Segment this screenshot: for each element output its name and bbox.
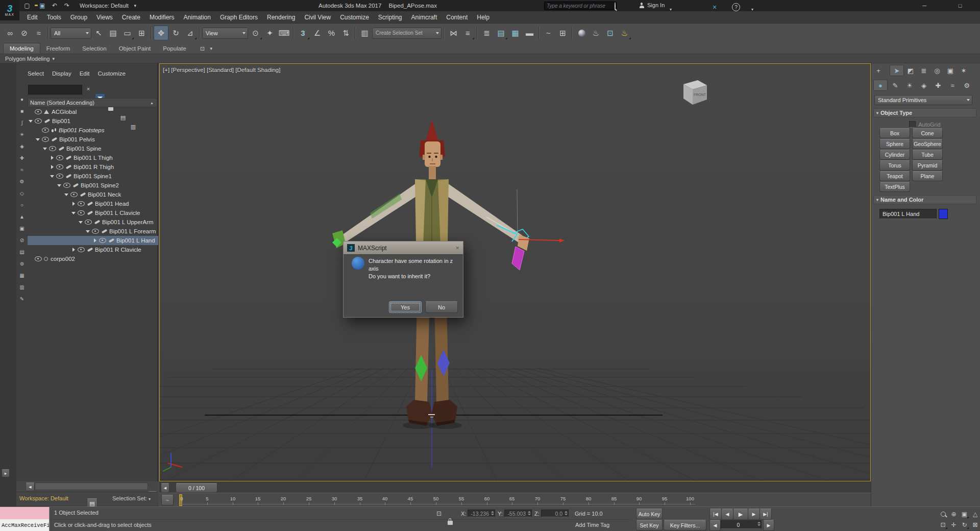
z-coordinate-input[interactable]: 0.0 [541,510,569,517]
visibility-eye-icon[interactable] [56,164,63,170]
tree-item[interactable]: Bip001 L Clavicle [28,208,158,218]
expand-arrow-icon[interactable] [64,192,69,197]
tab-populate[interactable]: Populate [157,43,192,54]
expand-arrow-icon[interactable] [57,183,62,188]
category-cameras-icon[interactable] [917,80,930,90]
visibility-eye-icon[interactable] [49,146,56,151]
filter-spacewarps-icon[interactable] [18,165,26,174]
help-icon[interactable] [732,3,740,11]
visibility-eye-icon[interactable] [35,118,42,124]
category-spacewarps-icon[interactable] [946,80,959,90]
filter-cameras-icon[interactable] [18,142,26,150]
visibility-eye-icon[interactable] [42,128,49,133]
tab-motion-panel[interactable] [930,65,944,76]
tree-item[interactable]: Bip001 Spine2 [28,181,158,190]
visibility-eye-icon[interactable] [85,220,92,225]
select-object-icon[interactable] [92,26,106,40]
tree-item[interactable]: Bip001 Spine1 [28,172,158,181]
menu-views[interactable]: Views [92,14,117,21]
tree-item[interactable]: Bip001 R Clavicle [28,245,158,254]
workspace-dropdown[interactable]: Workspace: Default [80,1,140,10]
filter-bones-icon[interactable] [18,212,26,221]
geosphere-button[interactable]: GeoSphere [912,139,943,149]
tab-modeling[interactable]: Modeling [3,43,40,54]
viewport-canvas[interactable]: FRONT [160,64,870,481]
visibility-eye-icon[interactable] [70,192,78,197]
visibility-eye-icon[interactable] [56,155,63,160]
filter-systems-icon[interactable] [18,177,26,185]
scene-explorer-toggle-icon[interactable] [494,26,508,40]
reference-coordinate-dropdown[interactable]: View [202,28,248,39]
window-crossing-icon[interactable] [135,26,149,40]
tube-button[interactable]: Tube [912,150,943,160]
scroll-left-icon[interactable] [26,482,35,491]
time-slider-handle[interactable]: 0 / 100 [176,483,217,493]
transform-gizmo[interactable] [517,189,565,243]
maximize-button[interactable] [952,1,968,11]
filter-select-all-icon[interactable] [18,95,26,103]
plane-button[interactable]: Plane [912,171,943,181]
visibility-eye-icon[interactable] [35,256,42,261]
expand-panel-button[interactable] [2,469,10,477]
menu-rendering[interactable]: Rendering [262,14,300,21]
viewcube[interactable]: FRONT [683,80,707,105]
use-pivot-center-icon[interactable] [249,26,262,40]
menu-graph-editors[interactable]: Graph Editors [215,14,262,21]
polygon-modeling-panel[interactable]: Polygon Modeling [5,56,50,62]
expand-arrow-icon[interactable] [29,119,33,124]
zoom-extents-icon[interactable] [960,509,969,519]
expand-arrow-icon[interactable] [79,220,83,225]
menu-scripting[interactable]: Scripting [374,14,407,21]
textplus-button[interactable]: TextPlus [879,182,910,192]
expand-arrow-icon[interactable] [50,174,55,179]
menu-customize[interactable]: Customize [335,14,374,21]
add-time-tag[interactable]: Add Time Tag [575,522,609,528]
spinner-snap-icon[interactable] [339,26,353,40]
menu-modifiers[interactable]: Modifiers [145,14,179,21]
new-scene-icon[interactable] [22,1,32,10]
snaps-toggle-icon[interactable] [296,26,310,40]
layer-explorer-toggle-icon[interactable] [508,26,522,40]
save-file-icon[interactable] [38,1,47,10]
visibility-eye-icon[interactable] [35,109,42,114]
explorer-menu-display[interactable]: Display [48,70,76,77]
menu-help[interactable]: Help [472,14,494,21]
zoom-region-icon[interactable] [938,520,948,529]
named-selection-set-dropdown[interactable]: Create Selection Set [372,28,442,39]
select-and-rotate-icon[interactable] [169,26,183,40]
filter-frozen-icon[interactable] [18,236,26,244]
next-frame-icon[interactable] [748,509,760,520]
expand-arrow-icon[interactable] [71,211,76,215]
filter-select-invert-icon[interactable] [18,118,26,127]
go-to-end-icon[interactable] [760,509,772,520]
menu-group[interactable]: Group [66,14,92,21]
dialog-titlebar[interactable]: 3 MAXScript [344,242,463,255]
visibility-eye-icon[interactable] [99,238,106,243]
select-and-scale-icon[interactable] [183,26,197,40]
menu-edit[interactable]: Edit [22,14,42,21]
explorer-menu-edit[interactable]: Edit [76,70,94,77]
workspace-selector[interactable]: Workspace: Default [19,495,68,501]
ribbon-flyout-chevron-icon[interactable] [208,43,215,54]
orbit-icon[interactable] [960,520,969,529]
category-helpers-icon[interactable] [932,80,945,90]
previous-key-icon[interactable] [709,520,721,531]
tab-create-panel[interactable] [890,65,904,76]
search-icon[interactable] [615,3,616,10]
pan-icon[interactable] [949,520,959,529]
select-by-name-icon[interactable] [106,26,120,40]
maxscript-mini-listener[interactable]: AccMaxReceiveFi [0,519,50,531]
tree-item[interactable]: Bip001 Head [28,199,158,208]
select-and-manipulate-icon[interactable] [263,26,277,40]
menu-create[interactable]: Create [117,14,145,21]
select-and-move-icon[interactable] [154,26,168,40]
render-setup-icon[interactable] [589,26,603,40]
object-name-input[interactable]: Bip001 L Hand [879,209,937,219]
filter-materials-icon[interactable] [18,259,26,268]
angle-snap-icon[interactable] [310,26,324,40]
tree-item[interactable]: Bip001 Neck [28,190,158,199]
explorer-menu-customize[interactable]: Customize [94,70,130,77]
tab-selection[interactable]: Selection [76,43,112,54]
unlink-selection-icon[interactable] [17,26,31,40]
visibility-eye-icon[interactable] [42,137,49,142]
